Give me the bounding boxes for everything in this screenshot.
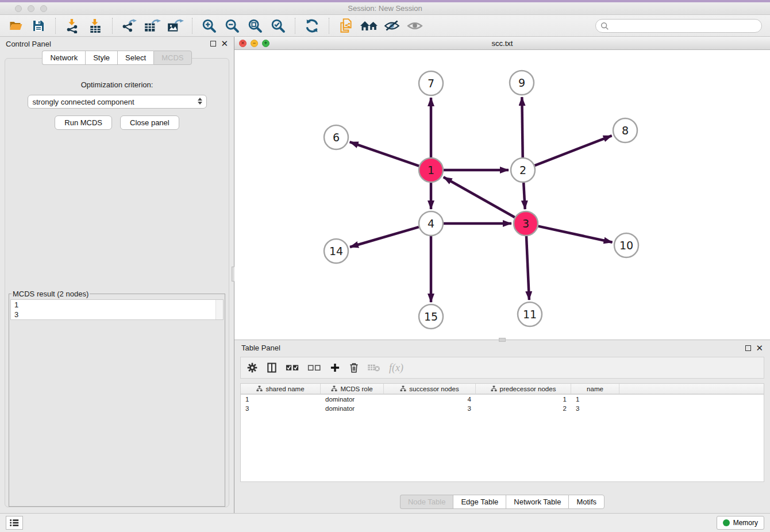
function-builder-button[interactable]: f(x) (389, 362, 403, 374)
canvas-resize-handle[interactable] (499, 338, 506, 342)
tab-network-table[interactable]: Network Table (506, 495, 568, 509)
zoom-in-button[interactable] (199, 17, 219, 35)
search-input[interactable] (595, 19, 762, 33)
task-history-button[interactable] (6, 516, 23, 530)
eye-icon (406, 18, 424, 33)
import-network-button[interactable] (63, 17, 82, 35)
graph-edge-2-9 (522, 97, 522, 157)
table-settings-button[interactable] (247, 362, 258, 373)
table-row[interactable]: 1 dominator 4 1 1 (241, 395, 764, 404)
control-panel: Control Panel ✕ Network Style Select MCD… (0, 37, 234, 513)
tab-network[interactable]: Network (42, 51, 85, 65)
copy-network-button[interactable] (336, 17, 356, 35)
graph-node-label-11: 11 (523, 308, 537, 321)
home-all-views-button[interactable] (359, 17, 379, 35)
column-header-name[interactable]: name (571, 384, 619, 394)
tab-motifs[interactable]: Motifs (568, 495, 605, 509)
graph-node-label-15: 15 (424, 310, 438, 323)
zoom-selected-button[interactable] (268, 17, 288, 35)
run-mcds-button[interactable]: Run MCDS (55, 115, 112, 130)
cell-successor-nodes[interactable]: 4 (384, 396, 476, 403)
network-window-controls: ✕ − + (239, 40, 270, 47)
tab-style[interactable]: Style (85, 51, 117, 65)
memory-button[interactable]: Memory (717, 516, 764, 530)
main-toolbar (0, 15, 770, 37)
add-column-button[interactable] (329, 362, 341, 373)
cell-successor-nodes[interactable]: 3 (384, 405, 476, 412)
right-column: ✕ − + scc.txt 7968124314101511 Table Pan… (234, 37, 770, 513)
refresh-layout-button[interactable] (302, 17, 322, 35)
cell-shared-name[interactable]: 1 (241, 396, 321, 403)
import-table-button[interactable] (86, 17, 105, 35)
float-panel-icon[interactable] (210, 41, 216, 47)
optimization-criterion-label: Optimization criterion: (5, 80, 229, 89)
close-table-panel-icon[interactable]: ✕ (756, 345, 763, 351)
unselect-all-rows-button[interactable] (307, 363, 321, 372)
column-header-predecessor-nodes[interactable]: predecessor nodes (476, 384, 571, 394)
search-icon (600, 21, 609, 33)
mcds-tab-content: Optimization criterion: strongly connect… (5, 58, 229, 507)
maximize-view-button[interactable]: + (262, 40, 270, 47)
export-network-button[interactable] (120, 17, 139, 35)
criterion-select[interactable]: strongly connected component (28, 95, 207, 109)
table-panel: Table Panel ✕ f(x) (234, 340, 770, 513)
open-session-button[interactable] (6, 17, 25, 35)
maximize-window-button[interactable] (40, 5, 47, 12)
mcds-result-list[interactable]: 1 3 (10, 299, 224, 320)
zoom-out-button[interactable] (222, 17, 242, 35)
export-table-button[interactable] (143, 17, 162, 35)
close-window-button[interactable] (15, 5, 22, 12)
graph-node-label-4: 4 (428, 217, 434, 230)
minimize-window-button[interactable] (28, 5, 34, 12)
table-header-row: shared name MCDS role successor nodes pr… (241, 384, 764, 395)
hide-graphics-details-button[interactable] (382, 17, 402, 35)
toolbar-separator (192, 18, 192, 34)
column-header-successor-nodes[interactable]: successor nodes (384, 384, 476, 394)
tab-node-table[interactable]: Node Table (400, 495, 453, 509)
network-file-title: scc.txt (492, 39, 513, 48)
tab-edge-table[interactable]: Edge Table (453, 495, 506, 509)
cell-name[interactable]: 3 (571, 405, 619, 412)
graph-node-label-8: 8 (622, 124, 629, 137)
minimize-view-button[interactable]: − (251, 40, 258, 47)
cell-shared-name[interactable]: 3 (241, 405, 321, 412)
zoom-selected-icon (270, 18, 286, 34)
save-session-button[interactable] (29, 17, 48, 35)
gear-icon (247, 362, 258, 373)
select-all-rows-button[interactable] (286, 363, 299, 372)
cell-mcds-role[interactable]: dominator (321, 396, 384, 403)
show-columns-button[interactable] (266, 362, 278, 373)
graph-edge-1-6 (350, 142, 419, 166)
columns-icon (266, 362, 278, 373)
node-table: shared name MCDS role successor nodes pr… (240, 383, 764, 482)
refresh-icon (304, 18, 320, 34)
export-table-icon (144, 18, 161, 33)
close-panel-icon[interactable]: ✕ (221, 41, 228, 47)
delete-table-button[interactable] (367, 363, 381, 373)
cell-name[interactable]: 1 (571, 396, 619, 403)
graph-edge-2-3 (523, 183, 525, 209)
cell-mcds-role[interactable]: dominator (321, 405, 384, 412)
zoom-fit-button[interactable] (245, 17, 265, 35)
graph-node-label-3: 3 (522, 217, 529, 230)
titlebar: Session: New Session (0, 2, 770, 15)
tab-select[interactable]: Select (117, 51, 153, 65)
mcds-result-item: 3 (11, 310, 223, 319)
column-header-shared-name[interactable]: shared name (241, 384, 321, 394)
result-list-scrollbar[interactable] (215, 300, 223, 319)
close-panel-button[interactable]: Close panel (120, 115, 179, 130)
show-graphics-details-button[interactable] (405, 17, 425, 35)
memory-status-icon (723, 519, 730, 526)
export-image-button[interactable] (165, 17, 185, 35)
delete-column-button[interactable] (349, 362, 359, 373)
tab-mcds[interactable]: MCDS (153, 51, 191, 65)
column-header-mcds-role[interactable]: MCDS role (321, 384, 384, 394)
cell-predecessor-nodes[interactable]: 1 (476, 396, 571, 403)
cell-predecessor-nodes[interactable]: 2 (476, 405, 571, 412)
toolbar-separator (55, 18, 56, 34)
float-table-panel-icon[interactable] (745, 345, 751, 351)
network-canvas[interactable]: 7968124314101511 (234, 50, 770, 340)
close-view-button[interactable]: ✕ (239, 40, 247, 47)
table-row[interactable]: 3 dominator 3 2 3 (241, 404, 764, 413)
network-graph[interactable]: 7968124314101511 (234, 50, 770, 340)
